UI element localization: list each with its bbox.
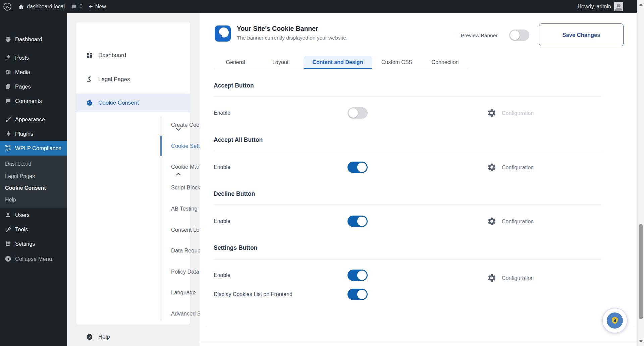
gavel-icon bbox=[86, 76, 93, 83]
gear-icon[interactable] bbox=[487, 273, 496, 283]
display-cookies-list-toggle[interactable] bbox=[347, 289, 368, 300]
wplp-submenu-cookie-consent[interactable]: Cookie Consent bbox=[0, 182, 67, 194]
svg-text:W: W bbox=[5, 4, 10, 9]
wplp-submenu: Dashboard Legal Pages Cookie Consent Hel… bbox=[0, 156, 67, 208]
sidebar-item-comments[interactable]: Comments bbox=[0, 94, 67, 108]
accept-button-enable-toggle[interactable] bbox=[347, 107, 368, 119]
wplp-submenu-dashboard[interactable]: Dashboard bbox=[0, 158, 67, 170]
tab-content-and-design[interactable]: Content and Design bbox=[304, 56, 372, 69]
pages-icon bbox=[5, 83, 11, 90]
wp-logo-menu[interactable]: W bbox=[0, 0, 15, 13]
shield-lock-icon bbox=[607, 312, 623, 329]
sidebar-item-wplp-compliance[interactable]: WP:LP WPLP Compliance bbox=[0, 141, 67, 156]
paintbrush-icon bbox=[5, 116, 11, 123]
site-link[interactable]: dashboard.local bbox=[15, 0, 68, 13]
admin-bar: W dashboard.local 0 + New Howdy, admin bbox=[0, 0, 637, 13]
plugin-nav-cookie-consent[interactable]: Cookie Consent bbox=[76, 94, 190, 112]
page-title: Your Site's Cookie Banner bbox=[237, 25, 318, 33]
comments-menu[interactable]: 0 bbox=[68, 0, 86, 13]
section-title-settings-button: Settings Button bbox=[214, 244, 257, 251]
grid-icon bbox=[86, 52, 93, 59]
wplp-submenu-help[interactable]: Help bbox=[0, 194, 67, 206]
page-scrollbar[interactable] bbox=[637, 0, 644, 346]
section-divider bbox=[214, 151, 601, 151]
site-name: dashboard.local bbox=[27, 4, 65, 10]
sidebar-item-tools[interactable]: Tools bbox=[0, 222, 67, 236]
wordpress-admin-page: W dashboard.local 0 + New Howdy, admin bbox=[0, 0, 644, 346]
privacy-shield-fab[interactable] bbox=[602, 308, 628, 333]
sidebar-item-posts[interactable]: Posts bbox=[0, 51, 67, 65]
tab-connection[interactable]: Connection bbox=[420, 56, 470, 69]
gear-icon[interactable] bbox=[487, 163, 496, 172]
collapse-arrow-icon bbox=[5, 255, 11, 262]
avatar[interactable] bbox=[614, 2, 623, 11]
configuration-link[interactable]: Configuration bbox=[502, 219, 534, 225]
plugin-nav-dashboard[interactable]: Dashboard bbox=[76, 48, 190, 63]
content-bottom-divider bbox=[205, 327, 635, 327]
new-label: New bbox=[95, 4, 106, 10]
cookie-banner-icon bbox=[215, 25, 231, 42]
preview-banner-toggle[interactable] bbox=[509, 30, 529, 41]
plugin-subnav-language[interactable]: Language bbox=[171, 286, 196, 299]
configuration-link[interactable]: Configuration bbox=[502, 165, 534, 171]
plug-icon bbox=[5, 130, 11, 137]
new-menu[interactable]: + New bbox=[86, 0, 109, 13]
pushpin-icon bbox=[5, 54, 11, 61]
scroll-up-arrow-icon[interactable] bbox=[639, 3, 643, 6]
plugin-nav-legal-pages[interactable]: Legal Pages bbox=[76, 72, 190, 87]
scroll-down-arrow-icon[interactable] bbox=[639, 340, 643, 343]
sidebar-item-appearance[interactable]: Appearance bbox=[0, 112, 67, 126]
wp-admin-sidebar: Dashboard Posts Media Pages bbox=[0, 13, 67, 346]
settings-sliders-icon bbox=[5, 240, 11, 247]
tab-general[interactable]: General bbox=[215, 56, 256, 69]
wrench-icon bbox=[5, 226, 11, 233]
wplp-submenu-legal-pages[interactable]: Legal Pages bbox=[0, 171, 67, 182]
plus-icon: + bbox=[89, 3, 93, 10]
sidebar-item-users[interactable]: Users bbox=[0, 208, 67, 222]
plugin-subnav-ab-testing[interactable]: AB Testing bbox=[171, 202, 198, 215]
configuration-link[interactable]: Configuration bbox=[502, 275, 534, 281]
section-divider bbox=[214, 96, 601, 97]
active-tab-indicator bbox=[304, 68, 372, 69]
enable-label: Enable bbox=[214, 272, 230, 278]
preview-banner-label: Preview Banner bbox=[461, 33, 497, 39]
gear-icon[interactable] bbox=[487, 217, 496, 226]
howdy-text[interactable]: Howdy, admin bbox=[578, 4, 611, 10]
enable-label: Enable bbox=[214, 110, 230, 116]
section-title-accept-all-button: Accept All Button bbox=[214, 136, 263, 143]
plugin-nav-help[interactable]: ? Help bbox=[76, 330, 190, 344]
sidebar-item-plugins[interactable]: Plugins bbox=[0, 127, 67, 141]
section-title-accept-button: Accept Button bbox=[214, 82, 254, 89]
media-icon bbox=[5, 69, 11, 75]
scrollbar-thumb[interactable] bbox=[639, 224, 643, 319]
tab-custom-css[interactable]: Custom CSS bbox=[373, 56, 420, 69]
tab-layout[interactable]: Layout bbox=[259, 56, 302, 69]
accept-all-enable-toggle[interactable] bbox=[347, 162, 368, 173]
settings-enable-toggle[interactable] bbox=[347, 270, 368, 281]
comments-icon bbox=[5, 98, 11, 104]
wordpress-logo-icon: W bbox=[3, 2, 12, 11]
section-divider bbox=[214, 259, 601, 260]
sidebar-item-collapse-menu[interactable]: Collapse Menu bbox=[0, 252, 67, 266]
section-divider bbox=[214, 204, 601, 205]
save-changes-button[interactable]: Save Changes bbox=[539, 23, 624, 46]
content-bottom-divider bbox=[200, 341, 637, 341]
decline-enable-toggle[interactable] bbox=[347, 216, 368, 227]
sidebar-item-media[interactable]: Media bbox=[0, 65, 67, 79]
sidebar-item-settings[interactable]: Settings bbox=[0, 237, 67, 251]
page-subtitle: The banner currently displayed on your w… bbox=[237, 35, 347, 41]
submenu-rail-active bbox=[160, 136, 162, 156]
home-icon bbox=[18, 3, 24, 10]
sidebar-item-dashboard[interactable]: Dashboard bbox=[0, 32, 67, 46]
plugin-subnav-policy-data[interactable]: Policy Data bbox=[171, 265, 199, 278]
help-icon: ? bbox=[86, 334, 93, 340]
gear-icon[interactable] bbox=[487, 108, 496, 118]
section-title-decline-button: Decline Button bbox=[214, 190, 255, 197]
sidebar-item-pages[interactable]: Pages bbox=[0, 79, 67, 94]
cookie-icon bbox=[86, 100, 93, 106]
enable-label: Enable bbox=[214, 164, 230, 170]
display-cookies-list-label: Display Cookies List on Frontend bbox=[214, 291, 292, 297]
dashboard-gauge-icon bbox=[5, 36, 11, 43]
configuration-link[interactable]: Configuration bbox=[502, 110, 534, 116]
wplp-logo-icon: WP:LP bbox=[4, 145, 12, 152]
